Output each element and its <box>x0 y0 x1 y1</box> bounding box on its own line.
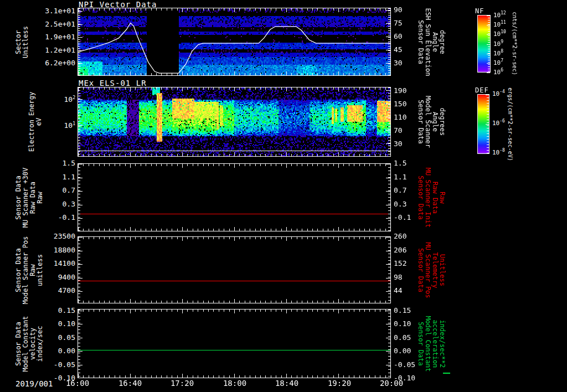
major-tick <box>386 324 390 324</box>
major-tick <box>338 237 339 241</box>
major-tick <box>234 152 235 156</box>
major-tick <box>390 164 391 168</box>
colorbar-def <box>477 94 489 154</box>
major-tick <box>338 374 339 378</box>
major-tick <box>390 237 391 241</box>
major-tick <box>386 178 390 178</box>
tick-label: 0.15 <box>32 306 75 314</box>
major-tick <box>386 338 390 338</box>
major-tick <box>390 152 391 156</box>
major-tick <box>130 299 131 303</box>
tick-label: 101 <box>32 121 75 130</box>
major-tick <box>386 164 390 164</box>
major-tick <box>78 365 83 365</box>
tick-label: 6.2e+00 <box>32 59 75 67</box>
major-tick <box>386 117 390 117</box>
y-axis-label-npi: SectorUnitless <box>10 8 34 76</box>
major-tick <box>338 299 339 303</box>
minor-ticks-left <box>78 164 80 231</box>
els-spectrogram-canvas <box>78 87 390 156</box>
major-tick <box>78 374 79 378</box>
right-axis-label-mu30v: RawRaw DataMU Scanner InitSensor Data <box>412 163 451 231</box>
right-axis-label-velocity: index/sec**2accelerationModel ConstantSe… <box>412 309 451 378</box>
major-tick <box>78 178 83 178</box>
colorbar-def-units: ergs/(cm**2-sr-sec-eV) <box>503 90 517 158</box>
major-tick <box>386 143 390 144</box>
right-axis-label-scannerpos: UnitlessTelemetryMU Scanner PosSensor Da… <box>412 236 451 303</box>
tick-label: 0.3 <box>32 200 75 208</box>
major-tick <box>390 299 391 303</box>
major-tick <box>386 365 390 365</box>
major-tick <box>390 8 391 12</box>
major-tick <box>78 311 83 311</box>
major-tick <box>182 164 183 168</box>
tick-label: -0.05 <box>32 360 75 369</box>
major-tick <box>338 310 339 313</box>
major-tick <box>78 125 83 126</box>
minor-ticks-left <box>78 310 80 378</box>
red-line-mu30v <box>78 214 390 214</box>
major-tick <box>182 71 183 75</box>
major-tick <box>338 152 339 156</box>
major-tick <box>386 191 390 192</box>
major-tick <box>78 71 79 75</box>
tick-label: 9400 <box>32 273 75 281</box>
major-tick <box>130 374 131 378</box>
major-tick <box>487 54 490 54</box>
major-tick <box>182 299 183 303</box>
major-tick <box>234 227 235 231</box>
major-tick <box>78 237 79 241</box>
major-tick <box>234 310 235 313</box>
major-tick <box>386 251 390 251</box>
major-tick <box>487 34 490 35</box>
major-tick <box>130 310 131 313</box>
tick-label: 0.7 <box>32 186 75 194</box>
right-axis-label-npi: degreeAngleESH Sun ElevationSensor Data <box>412 8 451 76</box>
major-tick <box>386 104 390 104</box>
major-tick <box>78 63 83 64</box>
major-tick <box>487 44 490 45</box>
major-tick <box>130 8 131 12</box>
major-tick <box>286 310 287 313</box>
major-tick <box>390 71 391 75</box>
major-tick <box>182 152 183 156</box>
major-tick <box>234 87 235 91</box>
major-tick <box>78 264 83 265</box>
major-tick <box>182 8 183 12</box>
tick-label: -0.1 <box>32 213 75 221</box>
tick-label: 1.5 <box>32 159 75 167</box>
major-tick <box>386 50 390 50</box>
major-tick <box>78 299 79 303</box>
minor-ticks-left <box>78 237 80 303</box>
major-tick <box>386 311 390 311</box>
tick-label: 4700 <box>32 286 75 295</box>
major-tick <box>386 130 390 131</box>
tick-label: 20:00 <box>369 379 414 388</box>
panel-els-spectrogram <box>78 87 391 157</box>
panel-model-constant-velocity <box>78 309 391 378</box>
tick-label: 1.9e+01 <box>32 33 75 41</box>
date-label: 2019/001 <box>16 379 53 388</box>
tick-label: 0.05 <box>32 333 75 342</box>
major-tick <box>390 227 391 231</box>
tick-label: 1.1 <box>32 173 75 181</box>
tick-label: 0.10 <box>32 319 75 328</box>
major-tick <box>78 278 83 278</box>
major-tick <box>78 164 83 164</box>
major-tick <box>487 25 490 25</box>
major-tick <box>130 71 131 75</box>
major-tick <box>386 351 390 352</box>
time-axis-labels: 16:0016:4017:2018:0018:4019:2020:00 <box>78 379 432 389</box>
major-tick <box>338 8 339 12</box>
major-tick <box>286 87 287 91</box>
major-tick <box>386 264 390 265</box>
left-ticks-npi: 3.1e+012.5e+011.9e+011.2e+016.2e+00 <box>32 7 75 73</box>
tick-label: 19:20 <box>317 379 362 388</box>
npi-spectrogram-canvas <box>78 8 390 75</box>
colorbar-nf-title: NF <box>475 7 484 15</box>
major-tick <box>78 24 83 25</box>
left-ticks-scannerpos: 23500188001410094004700 <box>32 232 75 298</box>
major-tick <box>386 278 390 278</box>
major-tick <box>390 374 391 378</box>
red-line-scannerpos <box>78 281 390 281</box>
